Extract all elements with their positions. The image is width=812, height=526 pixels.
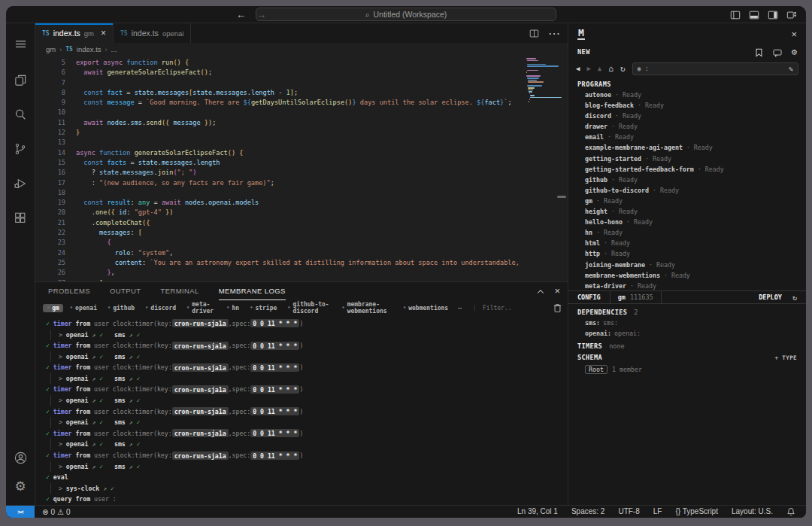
code-line[interactable]: 13 [35,138,568,147]
code-line[interactable]: 23 { [35,238,568,248]
program-item-height[interactable]: height · Ready [585,206,806,217]
code-line[interactable]: 16 ? state.messages.join("; ") [35,168,568,178]
log-line-query[interactable]: ✓ query from user : [46,494,568,505]
program-item-html[interactable]: html · Ready [585,238,806,248]
notifications-bell-icon[interactable] [786,507,795,516]
remote-indicator[interactable]: >< [6,506,35,518]
code-line[interactable]: 8 const fact = state.messages[state.mess… [35,88,568,98]
nav-home-icon[interactable]: ⌂ [608,64,614,74]
breadcrumb-folder[interactable]: gm [46,45,56,53]
log-line-calls[interactable]: > openai ↗ ✓ sms ↗ ✓ [50,417,568,428]
log-line-calls[interactable]: > openai ↗ ✓ sms ↗ ✓ [50,439,568,450]
code-line[interactable]: 24 role: "system", [35,248,568,258]
chips-more-icon[interactable]: ⋯ [455,305,465,312]
dependency-item[interactable]: sms:sms: [568,318,806,328]
code-line[interactable]: 12} [35,128,568,138]
status-item[interactable]: Spaces: 2 [571,507,604,515]
panel-close-icon[interactable]: × [554,285,560,296]
history-back-icon[interactable]: ← [236,9,246,20]
source-control-icon[interactable] [6,135,35,163]
log-line-timer[interactable]: ✓ timer from user clock:timer(key:cron-r… [46,428,568,439]
code-line[interactable]: 25 content: `You are an astronomy expert… [35,258,568,268]
code-line[interactable]: 10 [35,108,568,117]
add-type-button[interactable]: + TYPE [775,354,798,361]
code-line[interactable]: 7 [35,78,568,88]
log-filter-input[interactable] [483,305,550,312]
code-line[interactable]: 15 const facts = state.messages.length [35,158,568,168]
search-view-icon[interactable] [6,100,35,129]
extensions-icon[interactable] [6,204,35,233]
log-chip-webmentions[interactable]: •webmentions [399,304,452,312]
log-line-timer[interactable]: ✓ timer from user clock:timer(key:cron-r… [46,362,568,373]
sidebar-close-icon[interactable]: × [791,29,797,40]
editor-tab-openai[interactable]: TSindex.tsopenai [114,23,191,43]
new-button[interactable]: NEW [577,48,590,56]
edit-ref-icon[interactable]: ✎ [789,65,793,73]
toggle-sidebar-left-icon[interactable] [730,10,741,20]
scrollbar-handle[interactable] [557,196,566,198]
code-line[interactable]: 20 .one({ id: "gpt-4" }) [35,208,568,217]
minimap[interactable] [526,58,558,103]
program-item-github-to-discord[interactable]: github-to-discord · Ready [585,185,806,196]
program-item-email[interactable]: email · Ready [585,132,806,142]
bookmark-icon[interactable] [755,45,763,59]
run-debug-icon[interactable] [6,169,35,198]
code-line[interactable]: 26 }, [35,268,568,278]
log-line-timer[interactable]: ✓ timer from user clock:timer(key:cron-r… [46,384,568,395]
tab-close-icon[interactable]: × [101,28,106,38]
code-line[interactable]: 14async function generateSolarEclipseFac… [35,148,568,158]
problems-status[interactable]: ⊗ 0 ⚠ 0 [35,508,70,516]
code-editor[interactable]: 5export async function run() {6 await ge… [35,56,568,281]
deploy-button[interactable]: DEPLOY [748,293,792,301]
log-chip-discord[interactable]: •discord [141,304,180,312]
history-forward-icon[interactable]: → [256,9,266,20]
log-line-calls[interactable]: > openai ↗ ✓ sms ↗ ✓ [50,395,568,406]
log-line-eval[interactable]: ✓ eval [46,472,568,483]
panel-tab-membrane-logs[interactable]: MEMBRANE LOGS [219,282,286,300]
code-line[interactable]: 21 .completeChat({ [35,218,568,228]
breadcrumb-more[interactable]: ... [111,45,117,53]
log-line-calls[interactable]: > openai ↗ ✓ sms ↗ ✓ [50,461,568,473]
program-item-getting-started[interactable]: getting-started · Ready [585,154,806,164]
code-line[interactable]: 11 await nodes.sms.send({ message }); [35,118,568,128]
status-item[interactable]: Ln 39, Col 1 [517,507,558,515]
status-item[interactable]: LF [653,507,662,515]
program-item-hello-hono[interactable]: hello-hono · Ready [585,217,806,227]
breadcrumb-file[interactable]: index.ts [77,45,102,53]
status-item[interactable]: UTF-8 [618,507,639,515]
breadcrumb[interactable]: gm › TS index.ts › ... [35,43,568,56]
command-center-search[interactable]: ⌕ Untitled (Workspace) [256,8,556,21]
program-item-drawer[interactable]: drawer · Ready [585,121,806,132]
program-item-github[interactable]: github · Ready [585,175,806,185]
log-chip-membrane-webmentions[interactable]: •membrane-webmentions [338,300,396,315]
code-line[interactable]: 22 messages: [ [35,228,568,238]
code-line[interactable]: 27 ], [35,278,568,281]
toggle-panel-icon[interactable] [749,10,759,20]
log-chip-hn[interactable]: •hn [223,304,243,312]
panel-tab-problems[interactable]: PROBLEMS [48,282,90,300]
log-line-sysclock[interactable]: > sys-clock ↗ ✓ [50,483,568,494]
nav-back-icon[interactable]: ◀ [576,65,580,72]
code-line[interactable]: 9 const message = `Good morning. There a… [35,98,568,108]
dependency-item[interactable]: openai:openai: [568,328,806,339]
sidebar-settings-icon[interactable]: ⚙ [792,47,797,56]
code-line[interactable]: 6 await generateSolarEclipseFact(); [35,68,568,78]
toggle-sidebar-right-icon[interactable] [768,10,778,20]
more-actions-icon[interactable]: ⋯ [548,26,560,41]
program-item-gm[interactable]: gm · Ready [585,196,806,206]
program-item-autonoe[interactable]: autonoe · Ready [585,90,806,100]
log-line-timer[interactable]: ✓ timer from user clock:timer(key:cron-r… [46,340,568,351]
settings-gear-icon[interactable]: ⚙ [6,472,35,500]
nav-forward-icon[interactable]: ▶ [586,65,590,72]
log-line-calls[interactable]: > openai ↗ ✓ sms ↗ ✓ [50,351,568,363]
log-line-timer[interactable]: ✓ timer from user clock:timer(key:cron-r… [46,318,568,330]
explorer-icon[interactable] [6,65,35,94]
log-chip-stripe[interactable]: •stripe [246,304,280,312]
log-line-timer[interactable]: ✓ timer from user clock:timer(key:cron-r… [46,450,568,461]
code-line[interactable]: 18 [35,188,568,198]
log-chip-github-to-discord[interactable]: •github-to-discord [283,300,335,315]
status-item[interactable]: {} TypeScript [675,507,718,515]
schema-root-chip[interactable]: Root [585,365,607,374]
program-item-hn[interactable]: hn · Ready [585,227,806,238]
log-chip-github[interactable]: •github [104,304,138,312]
